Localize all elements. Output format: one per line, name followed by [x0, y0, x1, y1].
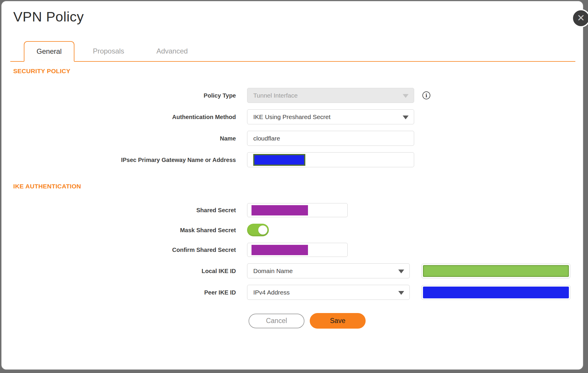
name-input[interactable]	[253, 131, 408, 145]
gateway-row: IPsec Primary Gateway Name or Address	[1, 152, 583, 167]
chevron-down-icon	[398, 291, 404, 295]
shared-secret-label: Shared Secret	[1, 207, 247, 214]
authentication-method-value: IKE Using Preshared Secret	[253, 113, 331, 121]
close-icon: ✕	[577, 13, 585, 23]
page-background: ✕ VPN Policy General Proposals Advanced …	[0, 0, 588, 373]
tab-advanced[interactable]: Advanced	[147, 41, 197, 61]
authentication-method-row: Authentication Method IKE Using Preshare…	[1, 109, 583, 124]
close-button[interactable]: ✕	[572, 9, 588, 27]
confirm-shared-secret-input[interactable]	[247, 243, 348, 257]
vpn-policy-dialog: ✕ VPN Policy General Proposals Advanced …	[1, 1, 584, 370]
security-policy-heading: SECURITY POLICY	[13, 68, 583, 75]
authentication-method-label: Authentication Method	[1, 113, 247, 121]
name-input-wrap	[247, 131, 414, 146]
mask-shared-secret-toggle[interactable]	[247, 224, 269, 236]
mask-shared-secret-row: Mask Shared Secret	[1, 224, 583, 236]
info-icon[interactable]: i	[422, 91, 430, 99]
tab-proposals[interactable]: Proposals	[83, 41, 134, 61]
tab-general[interactable]: General	[24, 41, 74, 62]
peer-ike-id-type-value: IPv4 Address	[253, 289, 290, 296]
chevron-down-icon	[403, 116, 409, 119]
chevron-down-icon	[403, 94, 409, 98]
ike-authentication-heading: IKE AUTHENTICATION	[13, 183, 583, 190]
peer-ike-id-redacted-value	[423, 287, 569, 298]
policy-type-row: Policy Type Tunnel Interface i	[1, 88, 583, 103]
authentication-method-select[interactable]: IKE Using Preshared Secret	[247, 109, 414, 124]
chevron-down-icon	[398, 270, 404, 273]
peer-ike-id-label: Peer IKE ID	[1, 289, 247, 296]
tab-advanced-label: Advanced	[156, 47, 188, 55]
gateway-redacted-value	[253, 154, 305, 166]
local-ike-id-value-field[interactable]	[422, 264, 570, 278]
gateway-label: IPsec Primary Gateway Name or Address	[1, 156, 247, 163]
mask-shared-secret-label: Mask Shared Secret	[1, 227, 247, 234]
info-icon-glyph: i	[425, 93, 427, 98]
local-ike-id-row: Local IKE ID Domain Name	[1, 263, 583, 278]
peer-ike-id-value-field[interactable]	[422, 285, 570, 300]
name-label: Name	[1, 135, 247, 142]
dialog-footer: Cancel Save	[249, 313, 583, 329]
shared-secret-input[interactable]	[247, 203, 348, 217]
toggle-knob	[258, 225, 267, 235]
page-title: VPN Policy	[13, 8, 583, 26]
policy-type-value: Tunnel Interface	[253, 92, 298, 99]
local-ike-id-label: Local IKE ID	[1, 267, 247, 275]
policy-type-label: Policy Type	[1, 92, 247, 99]
confirm-shared-secret-redacted-value	[251, 245, 308, 255]
tab-general-label: General	[36, 47, 61, 56]
tab-proposals-label: Proposals	[93, 47, 124, 55]
confirm-shared-secret-label: Confirm Shared Secret	[1, 246, 247, 253]
local-ike-id-redacted-value	[423, 265, 569, 277]
name-row: Name	[1, 131, 583, 146]
shared-secret-row: Shared Secret	[1, 203, 583, 217]
local-ike-id-select[interactable]: Domain Name	[247, 263, 410, 278]
save-button[interactable]: Save	[310, 313, 366, 329]
gateway-input[interactable]	[247, 152, 414, 167]
peer-ike-id-row: Peer IKE ID IPv4 Address	[1, 285, 583, 300]
confirm-shared-secret-row: Confirm Shared Secret	[1, 243, 583, 257]
local-ike-id-type-value: Domain Name	[253, 267, 293, 275]
tab-bar: General Proposals Advanced	[10, 41, 575, 62]
peer-ike-id-select[interactable]: IPv4 Address	[247, 285, 410, 300]
policy-type-select: Tunnel Interface	[247, 88, 414, 103]
shared-secret-redacted-value	[251, 205, 308, 215]
cancel-button[interactable]: Cancel	[249, 314, 304, 328]
